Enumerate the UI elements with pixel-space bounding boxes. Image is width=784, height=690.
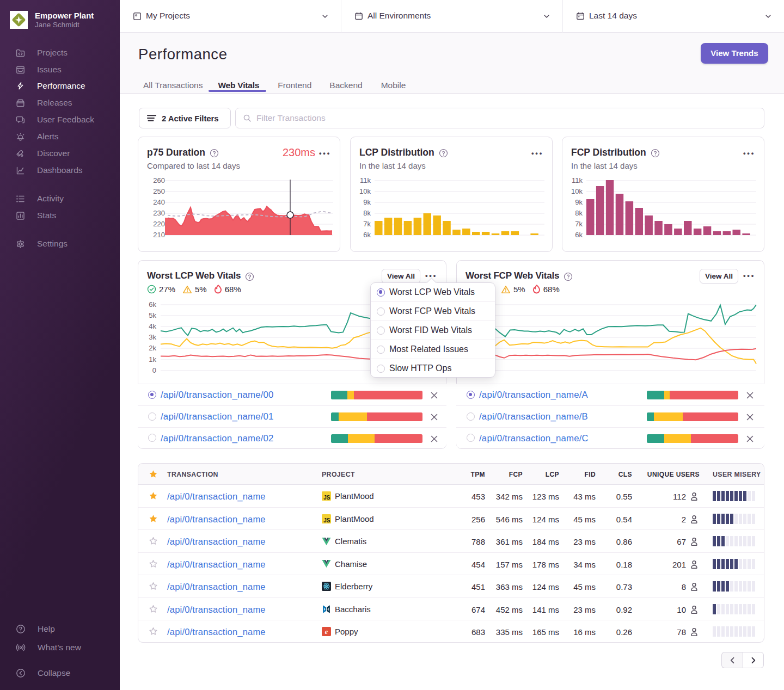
svg-text:JS: JS: [323, 495, 330, 501]
svg-text:0: 0: [152, 366, 156, 374]
svg-text:JS: JS: [323, 518, 330, 523]
svg-text:1k: 1k: [149, 355, 156, 364]
svg-text:e: e: [325, 628, 328, 636]
svg-text:6k: 6k: [149, 300, 156, 309]
svg-text:2k: 2k: [149, 344, 156, 352]
svg-text:4k: 4k: [149, 322, 156, 330]
svg-text:3k: 3k: [149, 333, 156, 341]
svg-text:5k: 5k: [149, 311, 156, 319]
